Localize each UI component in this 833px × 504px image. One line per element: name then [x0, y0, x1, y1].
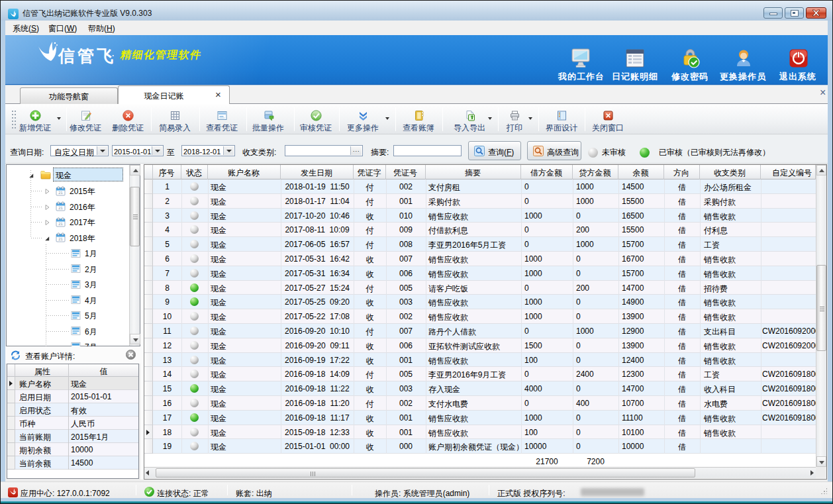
svg-text:21: 21 — [58, 237, 63, 241]
svg-text:21: 21 — [58, 222, 63, 226]
svg-text:21: 21 — [58, 191, 63, 195]
svg-text:21: 21 — [58, 206, 63, 210]
